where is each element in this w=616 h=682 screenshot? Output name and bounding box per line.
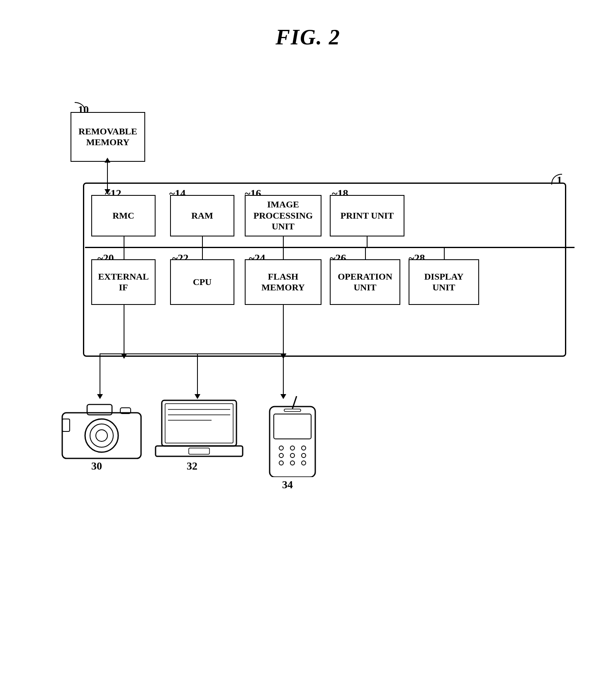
disp-from-bus bbox=[444, 247, 445, 259]
to-laptop-line bbox=[197, 353, 198, 395]
operation-unit-label: OPERATIONUNIT bbox=[338, 271, 392, 293]
svg-point-21 bbox=[290, 453, 295, 458]
svg-rect-12 bbox=[156, 446, 243, 456]
image-processing-box: IMAGEPROCESSINGUNIT bbox=[245, 195, 321, 236]
svg-point-17 bbox=[279, 446, 283, 450]
flash-memory-box: FLASHMEMORY bbox=[245, 259, 321, 305]
extif-to-devices-line bbox=[124, 305, 124, 355]
svg-point-18 bbox=[290, 446, 295, 450]
removable-memory-box: REMOVABLEMEMORY bbox=[71, 112, 145, 162]
camera-icon bbox=[58, 396, 149, 463]
laptop-device: 32 bbox=[153, 396, 245, 477]
svg-point-19 bbox=[302, 446, 306, 450]
diagram: 1 10 REMOVABLEMEMORY ~12 RMC ~14 RAM ~16… bbox=[33, 108, 583, 649]
top-bus-line bbox=[85, 247, 575, 248]
svg-rect-13 bbox=[189, 448, 209, 454]
svg-point-20 bbox=[279, 453, 283, 458]
display-unit-box: DISPLAYUNIT bbox=[409, 259, 479, 305]
svg-point-22 bbox=[302, 453, 306, 458]
ram-label: RAM bbox=[191, 210, 213, 221]
ram-to-bus bbox=[202, 236, 203, 248]
svg-rect-5 bbox=[62, 419, 70, 431]
print-to-bus bbox=[367, 236, 368, 248]
print-unit-box: PRINT UNIT bbox=[330, 195, 404, 236]
cpu-from-bus bbox=[202, 247, 203, 259]
system-bracket bbox=[548, 172, 568, 187]
print-unit-label: PRINT UNIT bbox=[341, 210, 394, 221]
ram-box: RAM bbox=[170, 195, 234, 236]
flash-to-laptop-line bbox=[283, 305, 284, 355]
svg-point-2 bbox=[90, 424, 113, 447]
svg-rect-16 bbox=[274, 414, 311, 439]
display-unit-label: DISPLAYUNIT bbox=[424, 271, 464, 293]
imgproc-to-bus bbox=[283, 236, 284, 248]
svg-point-24 bbox=[290, 461, 295, 465]
svg-rect-7 bbox=[162, 400, 236, 446]
svg-rect-15 bbox=[270, 407, 315, 477]
image-processing-label: IMAGEPROCESSINGUNIT bbox=[253, 199, 313, 232]
flash-memory-label: FLASHMEMORY bbox=[261, 271, 304, 293]
flash-from-bus bbox=[283, 247, 284, 259]
op-from-bus bbox=[365, 247, 366, 259]
laptop-icon bbox=[153, 396, 245, 463]
rmc-to-bus bbox=[124, 236, 124, 248]
devices-h-line bbox=[100, 353, 286, 354]
extif-from-bus bbox=[124, 247, 124, 259]
camera-device: 30 bbox=[58, 396, 149, 477]
svg-point-25 bbox=[302, 461, 306, 465]
svg-point-3 bbox=[96, 430, 107, 441]
to-phone-line bbox=[283, 353, 284, 395]
cpu-label: CPU bbox=[193, 277, 212, 287]
removable-memory-label: REMOVABLEMEMORY bbox=[78, 126, 137, 148]
rmc-box: RMC bbox=[91, 195, 156, 236]
svg-point-23 bbox=[279, 461, 283, 465]
phone-icon bbox=[257, 394, 324, 477]
rmc-label: RMC bbox=[112, 210, 134, 221]
phone-device: 34 bbox=[257, 394, 324, 491]
ref-bracket-10 bbox=[66, 100, 91, 113]
phone-ref-label: 34 bbox=[282, 479, 348, 491]
page-title: FIG. 2 bbox=[0, 0, 616, 49]
svg-rect-26 bbox=[284, 409, 301, 412]
external-if-box: EXTERNALIF bbox=[91, 259, 156, 305]
to-camera-line bbox=[100, 353, 100, 395]
operation-unit-box: OPERATIONUNIT bbox=[330, 259, 400, 305]
external-if-label: EXTERNALIF bbox=[98, 271, 149, 293]
cpu-box: CPU bbox=[170, 259, 234, 305]
